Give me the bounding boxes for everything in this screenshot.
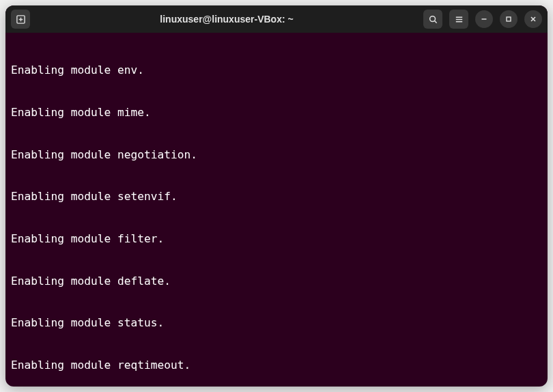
- titlebar: linuxuser@linuxuser-VBox: ~: [5, 5, 548, 33]
- terminal-line: Enabling module mime.: [11, 106, 542, 120]
- terminal-line: Enabling module env.: [11, 64, 542, 78]
- terminal-line: Enabling module status.: [11, 316, 542, 331]
- terminal-line: Enabling module reqtimeout.: [11, 359, 542, 373]
- svg-rect-9: [507, 17, 511, 21]
- terminal-content[interactable]: Enabling module env. Enabling module mim…: [5, 33, 548, 387]
- terminal-line: Enabling module deflate.: [11, 275, 542, 289]
- search-button[interactable]: [423, 10, 442, 29]
- terminal-line: Enabling module filter.: [11, 232, 542, 247]
- svg-point-3: [429, 16, 435, 21]
- new-tab-button[interactable]: [11, 10, 30, 29]
- terminal-line: Enabling module negotiation.: [11, 148, 542, 163]
- terminal-line: Enabling module setenvif.: [11, 190, 542, 204]
- minimize-button[interactable]: [475, 10, 493, 28]
- maximize-button[interactable]: [500, 10, 517, 28]
- menu-button[interactable]: [449, 10, 468, 29]
- svg-line-4: [434, 20, 436, 23]
- terminal-window: linuxuser@linuxuser-VBox: ~: [5, 5, 548, 387]
- close-button[interactable]: [524, 10, 542, 28]
- window-title: linuxuser@linuxuser-VBox: ~: [34, 14, 419, 25]
